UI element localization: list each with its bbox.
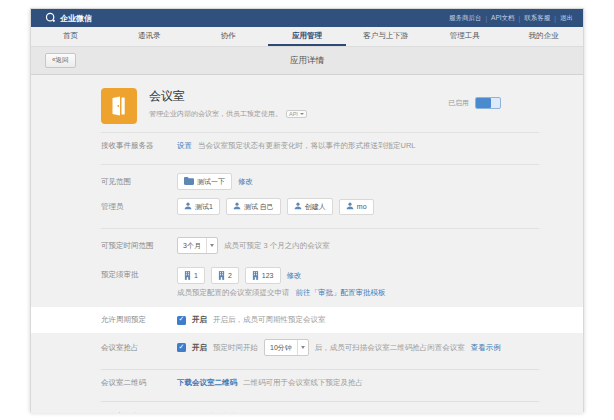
- periodic-on-label: 开启: [192, 315, 207, 325]
- preemption-on-label: 开启: [192, 343, 207, 353]
- chip-label: 2: [228, 272, 232, 279]
- app-status: 已启用: [448, 97, 501, 109]
- brand: 企业微信: [45, 12, 92, 25]
- topbar-links: 服务商后台 | API文档 | 联系客服 | 退出: [449, 14, 573, 23]
- link-provider-console[interactable]: 服务商后台: [449, 14, 482, 23]
- periodic-checkbox[interactable]: [177, 316, 186, 325]
- view-example-link[interactable]: 查看示例: [471, 343, 501, 353]
- api-badge[interactable]: API: [286, 110, 307, 118]
- preemption-delay-select[interactable]: 10分钟: [264, 339, 309, 356]
- person-icon: [233, 202, 241, 211]
- status-label: 已启用: [448, 98, 469, 108]
- approval-room-chip: 123: [245, 267, 281, 284]
- approval-room-chip: 2: [211, 267, 239, 284]
- periodic-desc: 开启后，成员可周期性预定会议室: [213, 315, 326, 325]
- allow-member-create-checkbox[interactable]: [177, 413, 186, 414]
- app-header: 会议室 管理企业内部的会议室，供员工预定使用。 API 已启用: [31, 75, 583, 124]
- app-meta: 会议室 管理企业内部的会议室，供员工预定使用。 API: [149, 88, 307, 119]
- preemption-desc-before: 预定时间开始: [213, 343, 258, 353]
- nav-collaboration[interactable]: 协作: [189, 27, 268, 46]
- page-title: 应用详情: [31, 55, 583, 67]
- person-icon: [346, 202, 354, 211]
- goto-approval-template-link[interactable]: 前往「审批」配置审批模板: [296, 288, 386, 298]
- row-event-server: 接收事件服务器 设置 当会议室预定状态有更新变化时，将以事件的形式推送到指定UR…: [31, 133, 583, 156]
- select-value: 10分钟: [265, 340, 297, 355]
- main-nav: 首页 通讯录 协作 应用管理 客户与上下游 管理工具 我的企业: [31, 27, 583, 47]
- event-server-desc: 当会议室预定状态有更新变化时，将以事件的形式推送到指定URL: [198, 141, 416, 151]
- chip-label: 123: [262, 272, 274, 279]
- create-permission-label: 允许成员创建: [192, 412, 237, 413]
- nav-app-management[interactable]: 应用管理: [268, 27, 347, 46]
- door-icon: [108, 95, 130, 117]
- separator: |: [554, 15, 556, 22]
- nav-contacts[interactable]: 通讯录: [110, 27, 189, 46]
- time-range-select[interactable]: 3个月: [177, 237, 218, 254]
- person-icon: [184, 202, 192, 211]
- row-approval: 预定须审批 1 2 123 修改: [31, 259, 583, 303]
- chip-label: 测试1: [195, 202, 213, 212]
- chip-label: 创建人: [305, 202, 326, 212]
- qrcode-desc: 二维码可用于会议室线下预定及抢占: [243, 378, 363, 388]
- nav-customers[interactable]: 客户与上下游: [346, 27, 425, 46]
- chip-label: 测试 自己: [244, 202, 274, 212]
- chevron-down-icon: [301, 346, 305, 349]
- row-label: 预定须审批: [101, 267, 177, 280]
- link-contact-support[interactable]: 联系客服: [524, 14, 550, 23]
- row-periodic-booking: 允许周期预定 开启 开启后，成员可周期性预定会议室: [31, 307, 583, 333]
- chevron-down-icon: [300, 113, 304, 115]
- admin-chip: 测试1: [177, 198, 220, 215]
- meeting-room-app-icon: [101, 88, 137, 124]
- nav-my-enterprise[interactable]: 我的企业: [504, 27, 583, 46]
- row-label: 可见范围: [101, 177, 177, 187]
- row-label: 会议室二维码: [101, 378, 177, 388]
- row-label: 会议室抢占: [101, 343, 177, 353]
- chip-label: mo: [357, 203, 367, 210]
- download-qrcode-link[interactable]: 下载会议室二维码: [177, 378, 237, 388]
- event-server-settings-link[interactable]: 设置: [177, 141, 192, 151]
- admin-chip: 创建人: [287, 198, 333, 215]
- api-badge-text: API: [289, 111, 298, 117]
- row-label: 管理员: [101, 202, 177, 212]
- approval-desc: 成员预定配置的会议室须提交申请: [177, 288, 290, 298]
- select-value: 3个月: [178, 238, 206, 253]
- wecom-logo-icon: [45, 12, 56, 25]
- nav-home[interactable]: 首页: [31, 27, 110, 46]
- nav-admin-tools[interactable]: 管理工具: [425, 27, 504, 46]
- row-label: 会议室创建权限: [101, 412, 177, 413]
- row-preemption: 会议室抢占 开启 预定时间开始 10分钟 后，成员可扫描会议室二维码抢占闲置会议…: [31, 333, 583, 361]
- row-label: 可预定时间范围: [101, 241, 177, 251]
- folder-icon: [184, 177, 194, 186]
- building-icon: [252, 271, 259, 281]
- link-api-docs[interactable]: API文档: [491, 14, 514, 23]
- titlebar: «返回 应用详情: [31, 47, 583, 75]
- visible-range-modify-link[interactable]: 修改: [238, 177, 253, 187]
- separator: |: [519, 15, 521, 22]
- person-icon: [294, 202, 302, 211]
- admin-window: 企业微信 服务商后台 | API文档 | 联系客服 | 退出 首页 通讯录 协作…: [30, 8, 584, 412]
- approval-room-chip: 1: [177, 267, 205, 284]
- app-name: 会议室: [149, 88, 307, 105]
- building-icon: [184, 271, 191, 281]
- brand-name: 企业微信: [60, 13, 92, 24]
- link-logout[interactable]: 退出: [560, 14, 573, 23]
- toggle-knob: [476, 98, 491, 108]
- app-detail-panel: 会议室 管理企业内部的会议室，供员工预定使用。 API 已启用 接收事件服务器: [31, 75, 583, 413]
- enabled-toggle[interactable]: [475, 97, 501, 109]
- visible-range-chip: 测试一下: [177, 173, 232, 190]
- row-visible-range: 可见范围 测试一下 修改: [31, 165, 583, 195]
- admin-chip: 测试 自己: [226, 198, 281, 215]
- row-admins: 管理员 测试1 测试 自己 创建人 mo: [31, 195, 583, 220]
- chevron-down-icon: [210, 244, 214, 247]
- building-icon: [218, 271, 225, 281]
- admin-chip: mo: [339, 199, 374, 215]
- separator: |: [485, 15, 487, 22]
- row-label: 接收事件服务器: [101, 141, 177, 151]
- time-range-desc: 成员可预定 3 个月之内的会议室: [224, 241, 330, 251]
- row-create-permission: 会议室创建权限 允许成员创建: [31, 402, 583, 413]
- preemption-checkbox[interactable]: [177, 343, 186, 352]
- app-description: 管理企业内部的会议室，供员工预定使用。 API: [149, 109, 307, 119]
- approval-modify-link[interactable]: 修改: [287, 271, 302, 281]
- preemption-desc-after: 后，成员可扫描会议室二维码抢占闲置会议室: [315, 343, 465, 353]
- chip-label: 测试一下: [197, 177, 225, 187]
- topbar: 企业微信 服务商后台 | API文档 | 联系客服 | 退出: [31, 9, 583, 27]
